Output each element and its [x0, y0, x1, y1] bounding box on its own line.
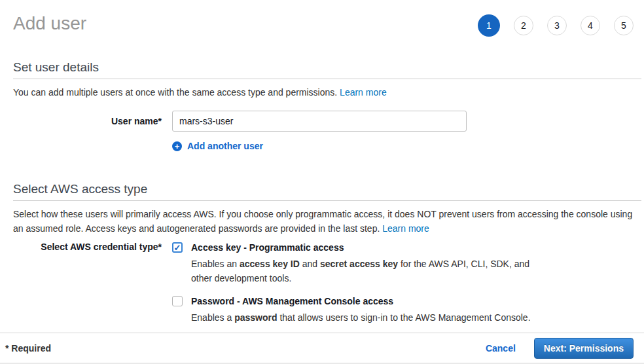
option-programmatic-text: Access key - Programmatic access Enables…: [191, 241, 550, 285]
cancel-button[interactable]: Cancel: [486, 343, 516, 354]
page-title: Add user: [13, 12, 86, 35]
access-type-description: Select how these users will primarily ac…: [13, 207, 641, 236]
option-console-title: Password - AWS Management Console access: [191, 295, 531, 308]
section-divider: [13, 79, 641, 79]
option-programmatic-title: Access key - Programmatic access: [191, 241, 550, 254]
credential-type-label: Select AWS credential type*: [13, 241, 172, 252]
page-header: Add user 1 2 3 4 5: [0, 0, 644, 37]
add-another-user-link[interactable]: Add another user: [187, 141, 263, 151]
user-details-description-text: You can add multiple users at once with …: [13, 87, 340, 98]
step-circle-1: 1: [478, 14, 500, 37]
plus-icon: +: [172, 141, 182, 151]
option-console-text: Password - AWS Management Console access…: [191, 295, 531, 325]
option-programmatic-access: ✓ Access key - Programmatic access Enabl…: [172, 241, 641, 285]
access-type-description-text: Select how these users will primarily ac…: [13, 209, 632, 234]
credential-type-row: Select AWS credential type* ✓ Access key…: [13, 241, 641, 334]
wizard-step-indicator: 1 2 3 4 5: [478, 14, 634, 37]
checkbox-programmatic-access[interactable]: ✓: [172, 242, 183, 253]
learn-more-link-access-type[interactable]: Learn more: [382, 223, 429, 234]
wizard-footer: * Required Cancel Next: Permissions: [0, 333, 644, 364]
learn-more-link-user-details[interactable]: Learn more: [340, 87, 387, 98]
user-name-row: User name*: [13, 111, 641, 132]
next-permissions-button[interactable]: Next: Permissions: [534, 338, 634, 359]
add-another-user-row[interactable]: + Add another user: [172, 141, 641, 151]
main-content: Set user details You can add multiple us…: [0, 60, 644, 334]
select-access-type-heading: Select AWS access type: [13, 182, 641, 196]
option-console-access: Password - AWS Management Console access…: [172, 295, 641, 325]
step-circle-4: 4: [581, 16, 600, 35]
step-circle-5: 5: [614, 16, 634, 35]
user-name-input[interactable]: [172, 111, 467, 132]
credential-options: ✓ Access key - Programmatic access Enabl…: [172, 241, 641, 334]
step-circle-2: 2: [514, 16, 533, 35]
user-details-description: You can add multiple users at once with …: [13, 85, 641, 100]
step-circle-3: 3: [547, 16, 567, 35]
user-name-label: User name*: [13, 116, 172, 126]
section-divider: [13, 200, 641, 201]
option-programmatic-description: Enables an access key ID and secret acce…: [191, 257, 550, 285]
set-user-details-heading: Set user details: [13, 60, 641, 75]
checkbox-console-access[interactable]: [172, 296, 183, 306]
option-console-description: Enables a password that allows users to …: [191, 310, 531, 325]
required-note: * Required: [5, 343, 486, 354]
